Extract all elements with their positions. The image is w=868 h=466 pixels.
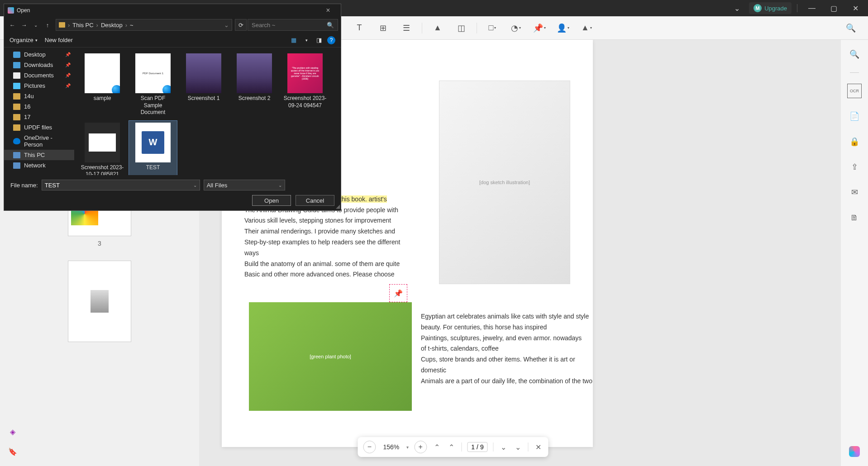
- search-icon[interactable]: 🔍: [843, 20, 859, 36]
- filetype-select[interactable]: All Files⌄: [204, 180, 285, 190]
- fill-tool-icon[interactable]: ◔: [508, 20, 524, 36]
- doc-text: of t-shirts, calendars, coffee: [421, 343, 593, 354]
- doc-text: Their animal renderings. I provide many …: [244, 228, 395, 235]
- layers-icon[interactable]: ◈: [7, 426, 18, 437]
- align-icon[interactable]: ☰: [398, 20, 415, 36]
- prev-page-icon[interactable]: ⌃: [447, 442, 456, 452]
- pin-tool-icon[interactable]: 📌: [531, 20, 548, 36]
- monitor-icon: [13, 52, 20, 58]
- file-item[interactable]: sample: [78, 51, 127, 119]
- page-indicator[interactable]: 1 / 9: [467, 442, 487, 452]
- last-page-icon[interactable]: ⌄: [514, 442, 523, 452]
- help-icon[interactable]: ?: [327, 36, 335, 44]
- nav-forward-button[interactable]: →: [19, 19, 29, 30]
- next-page-icon[interactable]: ⌄: [499, 442, 508, 452]
- marker-tool-icon[interactable]: ▲: [578, 20, 595, 36]
- lock-page-icon[interactable]: 🔒: [847, 134, 862, 149]
- pin-icon: 📌: [65, 52, 71, 57]
- search-input[interactable]: Search ~ 🔍: [248, 19, 338, 31]
- dialog-close-button[interactable]: ×: [319, 6, 337, 14]
- page-icon[interactable]: 📄: [847, 109, 862, 124]
- breadcrumb-item[interactable]: Desktop: [101, 22, 123, 29]
- organize-menu[interactable]: Organize▾: [10, 37, 38, 43]
- ocr-icon[interactable]: OCR: [847, 84, 862, 98]
- zoom-tool-icon[interactable]: 🔍: [847, 47, 862, 62]
- person-tool-icon[interactable]: 👤: [555, 20, 571, 36]
- file-item[interactable]: WTEST: [129, 120, 177, 175]
- zoom-dropdown-icon[interactable]: ▾: [406, 445, 409, 450]
- mail-icon[interactable]: ✉: [847, 185, 862, 200]
- breadcrumb-bar[interactable]: › This PC › Desktop › ~ ⌄: [56, 19, 232, 31]
- edge-badge-icon: [162, 85, 171, 93]
- cancel-button[interactable]: Cancel: [296, 195, 334, 206]
- filename-input[interactable]: TEST⌄: [42, 180, 200, 190]
- user-avatar: M: [754, 4, 762, 12]
- tree-item-updf-files[interactable]: UPDF files: [4, 122, 74, 133]
- file-item[interactable]: Screenshot 1: [179, 51, 228, 119]
- nav-back-button[interactable]: ←: [7, 19, 18, 30]
- titlebar-dropdown-icon[interactable]: ⌄: [729, 1, 745, 15]
- print-icon[interactable]: 🗎: [847, 210, 862, 225]
- minimize-button[interactable]: —: [803, 1, 821, 15]
- thumbnail-page-4[interactable]: [9, 261, 190, 346]
- file-thumbnail: "The problem with stealing quotes off th…: [287, 53, 323, 93]
- share-icon[interactable]: ⇪: [847, 160, 862, 174]
- open-button[interactable]: Open: [252, 195, 291, 206]
- tree-item-pictures[interactable]: Pictures📌: [4, 81, 74, 91]
- eraser-icon[interactable]: ◫: [453, 20, 469, 36]
- thumbnail-label: 3: [98, 240, 101, 247]
- tree-item-label: OneDrive - Person: [24, 134, 71, 148]
- filename-label: File name:: [10, 182, 38, 189]
- dialog-nav-bar: ← → ⌄ ↑ › This PC › Desktop › ~ ⌄ ⟳ Sear…: [4, 17, 341, 33]
- nav-recent-dropdown-icon[interactable]: ⌄: [30, 19, 41, 30]
- shape-tool-icon[interactable]: □: [484, 20, 501, 36]
- doc-text: Paintings, sculptures, jewelry, and even…: [421, 333, 593, 344]
- tree-item-downloads[interactable]: Downloads📌: [4, 60, 74, 70]
- close-toolbar-icon[interactable]: ✕: [534, 442, 543, 452]
- close-button[interactable]: ✕: [846, 1, 864, 15]
- tree-item-label: 14u: [24, 93, 34, 100]
- pin-icon: 📌: [65, 73, 71, 78]
- file-item[interactable]: PDF Document 1Scan PDF Sample Document: [129, 51, 177, 119]
- view-dropdown-icon[interactable]: ▾: [302, 36, 311, 45]
- file-label: Screenshot 1: [188, 95, 220, 102]
- file-item[interactable]: Screenshot 2023-10-17 085821: [78, 120, 127, 175]
- maximize-button[interactable]: ▢: [825, 1, 843, 15]
- zoom-level: 156%: [381, 443, 401, 451]
- tree-item-network[interactable]: Network: [4, 160, 74, 171]
- preview-pane-icon[interactable]: ◨: [315, 36, 324, 45]
- doc-text: Basic and other more advanced ones. Plea…: [244, 271, 395, 278]
- file-item[interactable]: Screenshot 2: [230, 51, 279, 119]
- bookmark-icon[interactable]: 🔖: [7, 446, 18, 457]
- breadcrumb-item[interactable]: ~: [130, 22, 134, 29]
- search-icon: 🔍: [327, 22, 334, 29]
- breadcrumb-item[interactable]: This PC: [72, 22, 93, 29]
- tree-item-this-pc[interactable]: This PC: [4, 150, 74, 160]
- breadcrumb-dropdown-icon[interactable]: ⌄: [224, 22, 229, 29]
- file-thumbnail: [85, 123, 120, 162]
- zoom-out-button[interactable]: −: [363, 441, 376, 453]
- text-box-icon[interactable]: ⊞: [375, 20, 391, 36]
- highlighter-icon[interactable]: ▲: [429, 20, 446, 36]
- new-folder-button[interactable]: New folder: [45, 37, 73, 43]
- tree-item-desktop[interactable]: Desktop📌: [4, 49, 74, 60]
- text-tool-icon[interactable]: T: [351, 20, 367, 36]
- nav-up-button[interactable]: ↑: [42, 19, 53, 30]
- tree-item-17[interactable]: 17: [4, 112, 74, 122]
- folder-icon: [13, 104, 20, 110]
- file-item[interactable]: "The problem with stealing quotes off th…: [281, 51, 329, 119]
- refresh-button[interactable]: ⟳: [235, 19, 247, 31]
- tree-item-documents[interactable]: Documents📌: [4, 70, 74, 81]
- tree-item-14u[interactable]: 14u: [4, 91, 74, 101]
- first-page-icon[interactable]: ⌃: [432, 442, 441, 452]
- zoom-in-button[interactable]: +: [414, 441, 427, 453]
- tree-item-label: 16: [24, 103, 30, 110]
- pin-annotation[interactable]: 📌: [389, 284, 407, 302]
- app-logo-icon[interactable]: [849, 446, 860, 457]
- view-mode-icon[interactable]: ▦: [289, 36, 298, 45]
- tree-item-16[interactable]: 16: [4, 101, 74, 112]
- folder-icon: [59, 22, 65, 28]
- tree-item-onedrive---person[interactable]: OneDrive - Person: [4, 133, 74, 150]
- resize-grip-icon[interactable]: ◢: [336, 203, 340, 209]
- upgrade-button[interactable]: M Upgrade: [749, 2, 792, 14]
